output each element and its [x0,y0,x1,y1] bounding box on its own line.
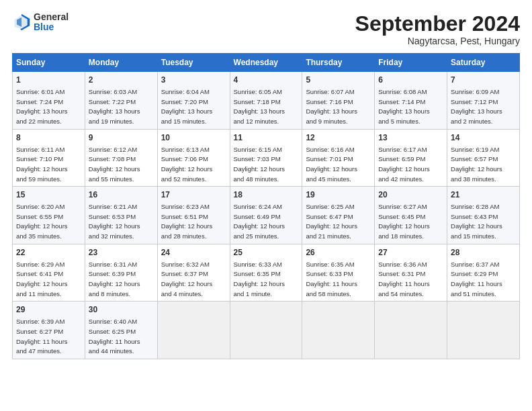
calendar-cell [447,302,520,359]
daylight-minutes-text: and 51 minutes. [451,290,496,298]
day-number: 13 [378,132,443,144]
daylight-minutes-text: and 8 minutes. [89,290,130,298]
sunrise-text: Sunrise: 6:01 AM [16,88,64,95]
calendar-cell: 5Sunrise: 6:07 AMSunset: 7:16 PMDaylight… [302,72,375,130]
sunset-text: Sunset: 6:53 PM [89,213,136,220]
calendar-cell: 1Sunrise: 6:01 AMSunset: 7:24 PMDaylight… [13,72,85,130]
sunset-text: Sunset: 6:59 PM [378,155,425,163]
calendar-cell: 8Sunrise: 6:11 AMSunset: 7:10 PMDaylight… [13,129,85,187]
sunset-text: Sunset: 6:47 PM [306,213,353,220]
header-sunday: Sunday [13,54,85,72]
calendar-cell: 24Sunrise: 6:32 AMSunset: 6:37 PMDayligh… [157,244,230,302]
daylight-minutes-text: and 32 minutes. [89,232,134,240]
day-number: 23 [89,247,154,259]
daylight-minutes-text: and 5 minutes. [378,118,420,125]
sunrise-text: Sunrise: 6:11 AM [16,146,64,153]
day-number: 10 [161,132,226,144]
sunset-text: Sunset: 7:06 PM [161,155,208,163]
sunrise-text: Sunrise: 6:09 AM [451,88,499,95]
sunrise-text: Sunrise: 6:28 AM [451,203,499,210]
daylight-text: Daylight: 12 hours [16,280,68,287]
day-number: 30 [89,304,154,316]
sunset-text: Sunset: 7:03 PM [234,155,281,163]
calendar-cell: 21Sunrise: 6:28 AMSunset: 6:43 PMDayligh… [447,187,520,244]
daylight-text: Daylight: 12 hours [161,222,213,230]
daylight-minutes-text: and 15 minutes. [161,118,207,125]
calendar-cell [302,302,375,359]
calendar-cell: 22Sunrise: 6:29 AMSunset: 6:41 PMDayligh… [13,244,85,302]
calendar-table: SundayMondayTuesdayWednesdayThursdayFrid… [12,53,520,359]
header-wednesday: Wednesday [230,54,302,72]
daylight-text: Daylight: 12 hours [89,280,140,287]
calendar-week-row: 1Sunrise: 6:01 AMSunset: 7:24 PMDaylight… [13,72,520,130]
day-number: 1 [16,75,81,86]
daylight-minutes-text: and 52 minutes. [161,175,207,183]
sunset-text: Sunset: 6:37 PM [161,270,208,277]
day-number: 14 [451,132,516,144]
sunrise-text: Sunrise: 6:03 AM [89,88,137,95]
header-thursday: Thursday [302,54,375,72]
daylight-text: Daylight: 12 hours [378,165,430,173]
calendar-header-row: SundayMondayTuesdayWednesdayThursdayFrid… [13,54,520,72]
day-number: 12 [306,132,371,144]
daylight-text: Daylight: 11 hours [451,280,502,287]
calendar-week-row: 29Sunrise: 6:39 AMSunset: 6:27 PMDayligh… [13,302,520,359]
day-number: 26 [306,247,371,259]
header-tuesday: Tuesday [157,54,230,72]
daylight-minutes-text: and 11 minutes. [16,290,62,298]
day-number: 8 [16,132,81,144]
daylight-text: Daylight: 13 hours [89,107,140,115]
calendar-cell: 25Sunrise: 6:33 AMSunset: 6:35 PMDayligh… [230,244,302,302]
calendar-cell: 4Sunrise: 6:05 AMSunset: 7:18 PMDaylight… [230,72,302,130]
calendar-cell: 6Sunrise: 6:08 AMSunset: 7:14 PMDaylight… [375,72,447,130]
sunset-text: Sunset: 7:24 PM [16,98,63,105]
sunrise-text: Sunrise: 6:08 AM [378,88,427,95]
sunset-text: Sunset: 6:39 PM [89,270,136,277]
sunset-text: Sunset: 6:49 PM [234,213,281,220]
day-number: 22 [16,247,81,259]
calendar-cell: 2Sunrise: 6:03 AMSunset: 7:22 PMDaylight… [85,72,157,130]
sunset-text: Sunset: 6:25 PM [89,328,136,335]
day-number: 16 [89,189,154,201]
daylight-text: Daylight: 13 hours [451,107,502,115]
sunset-text: Sunset: 7:08 PM [89,155,136,163]
daylight-text: Daylight: 12 hours [161,280,213,287]
calendar-week-row: 8Sunrise: 6:11 AMSunset: 7:10 PMDaylight… [13,129,520,187]
calendar-cell: 11Sunrise: 6:15 AMSunset: 7:03 PMDayligh… [230,129,302,187]
day-number: 28 [451,247,516,259]
daylight-minutes-text: and 2 minutes. [451,118,492,125]
logo: General Blue [12,12,69,33]
daylight-text: Daylight: 12 hours [378,222,430,230]
sunrise-text: Sunrise: 6:27 AM [378,203,427,210]
calendar-cell: 26Sunrise: 6:35 AMSunset: 6:33 PMDayligh… [302,244,375,302]
sunrise-text: Sunrise: 6:19 AM [451,146,499,153]
day-number: 4 [234,75,299,86]
sunrise-text: Sunrise: 6:36 AM [378,261,427,268]
daylight-text: Daylight: 13 hours [161,107,213,115]
daylight-minutes-text: and 28 minutes. [161,232,207,240]
sunset-text: Sunset: 6:45 PM [378,213,425,220]
sunrise-text: Sunrise: 6:04 AM [161,88,210,95]
sunrise-text: Sunrise: 6:25 AM [306,203,354,210]
header-monday: Monday [85,54,157,72]
daylight-minutes-text: and 55 minutes. [89,175,134,183]
daylight-text: Daylight: 13 hours [306,107,357,115]
calendar-cell [375,302,447,359]
day-number: 7 [451,75,516,86]
calendar-week-row: 15Sunrise: 6:20 AMSunset: 6:55 PMDayligh… [13,187,520,244]
daylight-minutes-text: and 44 minutes. [89,347,134,355]
daylight-text: Daylight: 13 hours [378,107,430,115]
calendar-cell [157,302,230,359]
logo-general-text: General [34,12,69,22]
sunset-text: Sunset: 6:55 PM [16,213,63,220]
sunset-text: Sunset: 6:35 PM [234,270,281,277]
sunrise-text: Sunrise: 6:24 AM [234,203,282,210]
calendar-cell: 15Sunrise: 6:20 AMSunset: 6:55 PMDayligh… [13,187,85,244]
sunset-text: Sunset: 7:14 PM [378,98,425,105]
calendar-cell: 29Sunrise: 6:39 AMSunset: 6:27 PMDayligh… [13,302,85,359]
sunrise-text: Sunrise: 6:32 AM [161,261,210,268]
sunrise-text: Sunrise: 6:12 AM [89,146,137,153]
sunrise-text: Sunrise: 6:13 AM [161,146,210,153]
daylight-text: Daylight: 12 hours [16,222,68,230]
daylight-minutes-text: and 54 minutes. [378,290,424,298]
